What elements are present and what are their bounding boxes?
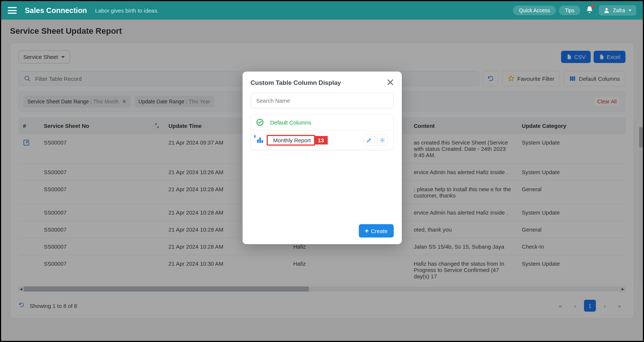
- tips-button[interactable]: Tips: [559, 6, 580, 15]
- settings-pref-button[interactable]: [377, 135, 388, 146]
- annotation-badge: 13: [314, 136, 328, 145]
- svg-rect-10: [257, 139, 258, 143]
- tagline: Labor gives birth to ideas.: [95, 7, 159, 14]
- bar-chart-icon: 6: [256, 136, 264, 144]
- svg-rect-11: [259, 137, 261, 143]
- modal-title: Custom Table Column Display: [251, 79, 341, 87]
- modal-close-button[interactable]: [387, 79, 394, 87]
- column-prefs-list: Default Columns 6 Monthly Report 13: [251, 114, 394, 150]
- svg-point-0: [605, 8, 608, 10]
- pencil-icon: [366, 137, 372, 143]
- plus-icon: +: [365, 228, 369, 234]
- topbar: Sales Connection Labor gives birth to id…: [1, 1, 643, 20]
- gear-icon: [380, 137, 385, 143]
- close-icon: [387, 79, 394, 86]
- hamburger-menu-icon[interactable]: [8, 7, 17, 14]
- svg-rect-12: [261, 140, 263, 143]
- edit-pref-button[interactable]: [364, 135, 375, 146]
- pref-default-columns[interactable]: Default Columns: [251, 114, 393, 130]
- avatar-icon: [603, 7, 610, 14]
- check-circle-icon: [256, 119, 264, 126]
- notification-dot: [591, 5, 594, 8]
- user-name: Zafra: [613, 7, 625, 13]
- pref-monthly-report[interactable]: 6 Monthly Report 13: [251, 130, 393, 150]
- quick-access-button[interactable]: Quick Access: [513, 6, 556, 15]
- brand-title: Sales Connection: [25, 6, 87, 15]
- create-button[interactable]: + Create: [359, 224, 394, 238]
- notifications-button[interactable]: [585, 6, 594, 15]
- chevron-down-icon: [628, 9, 632, 12]
- modal-search-input[interactable]: [251, 93, 394, 108]
- user-menu[interactable]: Zafra: [599, 5, 636, 16]
- annotation-highlight: Monthly Report: [267, 135, 316, 146]
- custom-columns-modal: Custom Table Column Display Default Colu…: [243, 72, 402, 244]
- svg-point-13: [382, 139, 383, 141]
